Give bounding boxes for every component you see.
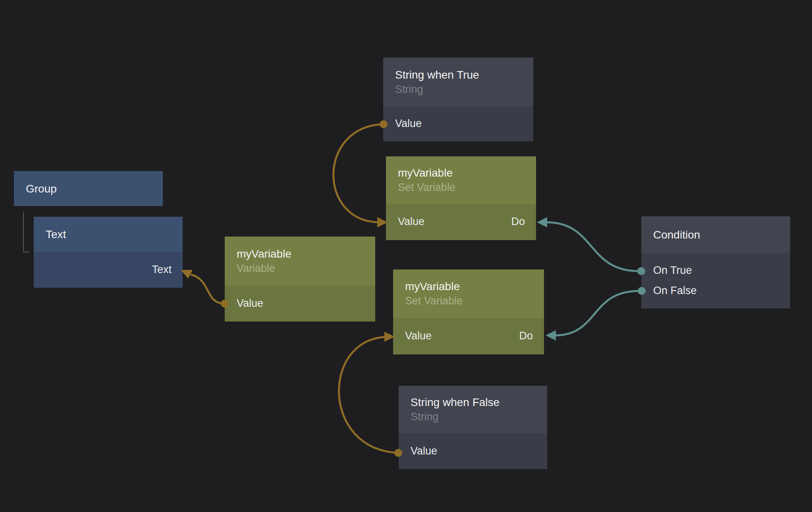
edge-stringtrue-to-setvartrue[interactable] <box>334 124 384 222</box>
node-body: On True On False <box>641 253 790 308</box>
edge-stringfalse-to-setvarfalse[interactable] <box>339 337 398 453</box>
node-text[interactable]: Text Text <box>34 217 183 288</box>
node-subtitle: Set Variable <box>398 181 524 194</box>
port-do-input[interactable]: Do <box>519 327 533 345</box>
node-body: Value Do <box>393 318 544 354</box>
node-header: String when True String <box>383 58 533 106</box>
port-value-output[interactable]: Value <box>237 295 263 312</box>
edge-onfalse-to-setvarfalse-do[interactable] <box>555 291 639 335</box>
node-title: String when False <box>411 395 535 409</box>
edge-variable-to-text[interactable] <box>191 275 225 304</box>
node-title: String when True <box>395 68 521 82</box>
node-title: myVariable <box>405 279 532 293</box>
node-string-when-true[interactable]: String when True String Value <box>383 58 533 141</box>
port-on-true-output[interactable]: On True <box>653 262 692 279</box>
node-subtitle: Variable <box>237 262 363 275</box>
node-subtitle: String <box>411 410 535 424</box>
edge-ontrue-to-setvartrue-do[interactable] <box>546 222 639 271</box>
node-subtitle: Set Variable <box>405 294 532 308</box>
node-group[interactable]: Group <box>14 171 163 206</box>
node-title: Group <box>26 182 151 196</box>
node-body: Text <box>34 252 183 288</box>
port-value-input[interactable]: Value <box>398 213 424 230</box>
node-set-variable-true[interactable]: myVariable Set Variable Value Do <box>386 156 536 240</box>
edge-arrowhead[interactable] <box>546 330 556 341</box>
node-string-when-false[interactable]: String when False String Value <box>399 386 547 469</box>
port-value-output[interactable]: Value <box>395 115 422 132</box>
node-header: Condition <box>641 216 790 253</box>
node-body: Value <box>383 106 533 141</box>
node-condition[interactable]: Condition On True On False <box>641 216 790 308</box>
node-body: Value Do <box>386 204 536 240</box>
node-editor-canvas[interactable]: String when True String Value myVariable… <box>0 0 812 512</box>
port-on-false-output[interactable]: On False <box>653 282 697 299</box>
node-set-variable-false[interactable]: myVariable Set Variable Value Do <box>393 269 544 354</box>
node-variable[interactable]: myVariable Variable Value <box>225 237 375 321</box>
port-value-output[interactable]: Value <box>411 443 437 460</box>
node-title: myVariable <box>398 166 524 180</box>
node-title: Text <box>46 227 171 241</box>
port-value-input[interactable]: Value <box>405 327 432 345</box>
node-header: myVariable Variable <box>225 237 375 286</box>
node-header: myVariable Set Variable <box>386 156 536 204</box>
port-text-input[interactable]: Text <box>152 261 172 278</box>
edge-arrowhead[interactable] <box>537 217 547 227</box>
node-body: Value <box>225 286 375 321</box>
node-header: String when False String <box>399 386 547 433</box>
node-subtitle: String <box>395 83 521 96</box>
node-title: Condition <box>653 228 778 242</box>
group-child-connector <box>23 212 29 252</box>
node-body: Value <box>399 433 547 469</box>
node-header: Group <box>14 171 163 206</box>
node-title: myVariable <box>237 247 363 261</box>
node-header: myVariable Set Variable <box>393 269 544 318</box>
node-header: Text <box>34 217 183 252</box>
port-do-input[interactable]: Do <box>511 213 525 230</box>
